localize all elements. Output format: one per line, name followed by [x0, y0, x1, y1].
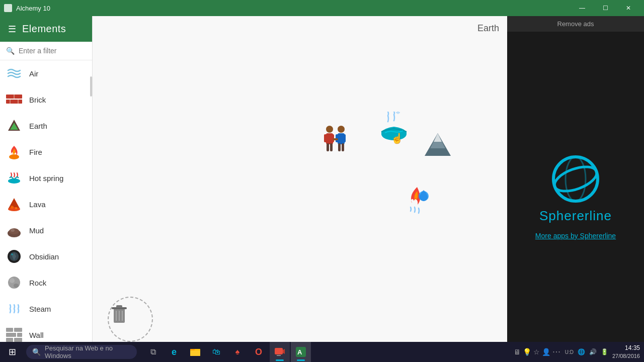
svg-point-35: [338, 126, 345, 133]
svg-point-19: [11, 253, 13, 255]
app-icon: [4, 4, 12, 12]
svg-rect-38: [343, 134, 346, 142]
taskbar-search-text[interactable]: Pesquisar na Web e no Windows: [45, 344, 131, 359]
ad-panel: Remove ads Sphererline More apps by Sphe…: [507, 16, 644, 362]
taskbar-solitaire[interactable]: ♠: [227, 342, 248, 362]
sidebar-item-hot-spring[interactable]: Hot spring: [0, 165, 92, 191]
taskbar-monitor-icon[interactable]: 🖥: [514, 348, 521, 356]
hot-spring-icon: [6, 170, 22, 186]
sidebar-item-steam[interactable]: Steam: [0, 296, 92, 322]
steam-label: Steam: [29, 305, 51, 313]
svg-point-14: [9, 228, 19, 234]
taskbar-clock[interactable]: 14:35 27/08/2016: [612, 344, 640, 360]
svg-rect-26: [17, 333, 22, 337]
trash-area: [103, 297, 148, 342]
sidebar-item-earth[interactable]: Earth: [0, 113, 92, 139]
lava-label: Lava: [29, 200, 46, 209]
sphereline-logo: Sphererline: [539, 154, 612, 224]
taskbar-battery-icon[interactable]: 🔋: [601, 348, 608, 355]
rock-icon: [6, 275, 22, 291]
taskbar-task-view[interactable]: ⧉: [143, 342, 163, 362]
sidebar-item-mud[interactable]: Mud: [0, 217, 92, 243]
svg-text:❄: ❄: [395, 112, 400, 116]
main-canvas[interactable]: Earth: [93, 16, 507, 362]
sidebar-item-rock[interactable]: Rock: [0, 269, 92, 296]
taskbar-more-icon[interactable]: ···: [552, 347, 560, 356]
svg-point-29: [326, 126, 333, 133]
svg-point-11: [11, 206, 14, 209]
start-button[interactable]: ⊞: [0, 342, 24, 362]
taskbar-alchemy[interactable]: A: [291, 342, 311, 362]
maximize-button[interactable]: ☐: [594, 0, 617, 16]
close-button[interactable]: ✕: [617, 0, 640, 16]
elements-list: Air Brick: [0, 60, 92, 362]
taskbar-opera[interactable]: O: [249, 342, 269, 362]
search-box[interactable]: 🔍: [0, 42, 92, 60]
svg-rect-34: [330, 143, 333, 151]
taskbar-edge[interactable]: e: [164, 342, 184, 362]
svg-rect-23: [6, 328, 13, 332]
taskbar-search[interactable]: 🔍 Pesquisar na Web e no Windows: [26, 345, 137, 359]
search-input[interactable]: [19, 47, 86, 55]
svg-point-21: [10, 278, 15, 283]
brick-icon: [6, 92, 22, 108]
mud-label: Mud: [29, 226, 44, 235]
taskbar-user-icon[interactable]: 👤: [542, 348, 550, 356]
air-label: Air: [29, 69, 38, 78]
sidebar-item-obsidian[interactable]: Obsidian: [0, 243, 92, 269]
remove-ads-button[interactable]: Remove ads: [507, 16, 644, 32]
steam-icon: [6, 301, 22, 317]
mud-icon: [6, 222, 22, 238]
svg-point-10: [8, 207, 20, 211]
svg-rect-24: [14, 328, 22, 332]
minimize-button[interactable]: —: [571, 0, 594, 16]
svg-point-57: [566, 157, 586, 201]
obsidian-icon: [6, 248, 22, 264]
taskbar: ⊞ 🔍 Pesquisar na Web e no Windows ⧉ e 🛍 …: [0, 342, 644, 362]
hamburger-icon[interactable]: ☰: [8, 24, 16, 35]
svg-marker-62: [283, 349, 285, 354]
more-apps-link[interactable]: More apps by Sphererline: [535, 232, 616, 240]
canvas-earth-label: Earth: [477, 23, 499, 34]
canvas-hot-spring[interactable]: ❄ ☝: [378, 112, 411, 144]
title-bar: Alchemy 10 — ☐ ✕: [0, 0, 644, 16]
taskbar-apps: ⧉ e 🛍 ♠ O A: [143, 342, 311, 362]
taskbar-store[interactable]: 🛍: [206, 342, 226, 362]
svg-point-20: [8, 277, 20, 289]
wall-icon: [6, 327, 22, 343]
svg-rect-59: [190, 350, 200, 356]
canvas-fire[interactable]: [399, 182, 435, 220]
svg-rect-51: [116, 305, 122, 308]
sidebar-item-brick[interactable]: Brick: [0, 86, 92, 113]
canvas-humans[interactable]: [321, 124, 349, 154]
taskbar-star-icon[interactable]: ☆: [533, 348, 540, 356]
taskbar-time: 14:35: [612, 344, 640, 352]
canvas-mountain[interactable]: [423, 131, 453, 158]
app-title: Alchemy 10: [16, 5, 50, 12]
svg-rect-61: [275, 348, 283, 354]
trash-icon: [110, 304, 129, 329]
taskbar-ud: U:D: [565, 349, 574, 355]
svg-rect-1: [6, 100, 22, 104]
sidebar-title: Elements: [22, 23, 66, 35]
taskbar-ocam[interactable]: [270, 342, 290, 362]
window-controls: — ☐ ✕: [571, 0, 640, 16]
sidebar-item-lava[interactable]: Lava: [0, 191, 92, 217]
sidebar-item-fire[interactable]: Fire: [0, 139, 92, 165]
ad-content: Sphererline More apps by Sphererline: [525, 32, 626, 362]
sidebar-item-air[interactable]: Air: [0, 60, 92, 86]
taskbar-volume-icon[interactable]: 🔊: [589, 348, 597, 355]
taskbar-sys-icons: 🖥 💡 ☆ 👤 ···: [514, 347, 560, 356]
app-container: ☰ Elements 🔍 Air: [0, 16, 644, 362]
svg-rect-41: [333, 138, 338, 140]
taskbar-right: 🖥 💡 ☆ 👤 ··· U:D 🌐 🔊 🔋 14:35 27/08/2016: [514, 344, 644, 360]
taskbar-explorer[interactable]: [185, 342, 205, 362]
search-icon: 🔍: [6, 47, 15, 55]
svg-point-22: [14, 284, 19, 288]
sidebar-scrollbar[interactable]: [90, 76, 92, 97]
hot-spring-label: Hot spring: [29, 174, 63, 183]
taskbar-bulb-icon[interactable]: 💡: [523, 348, 531, 356]
taskbar-network-icon[interactable]: 🌐: [578, 348, 585, 355]
svg-rect-27: [6, 338, 13, 342]
svg-rect-60: [190, 349, 195, 350]
